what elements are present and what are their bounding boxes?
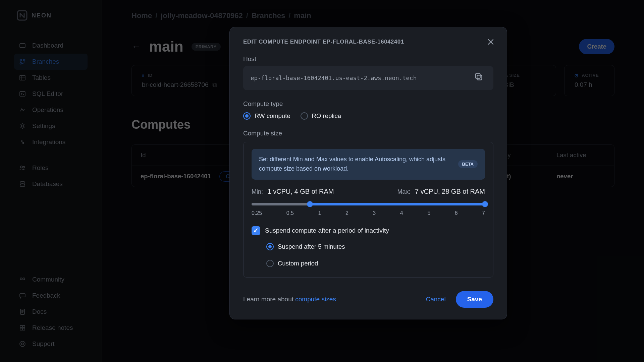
suspend-checkbox-row: ✓ Suspend compute after a period of inac… xyxy=(252,226,485,235)
compute-sizes-link[interactable]: compute sizes xyxy=(295,296,336,303)
radio-dot-icon xyxy=(266,243,274,250)
min-label: Min: xyxy=(252,188,263,195)
suspend-custom-radio[interactable]: Custom period xyxy=(266,260,485,267)
svg-rect-21 xyxy=(476,74,480,78)
suspend-5min-radio[interactable]: Suspend after 5 minutes xyxy=(266,243,485,250)
autoscaling-info: Set different Min and Max values to enab… xyxy=(252,149,485,180)
learn-more: Learn more about compute sizes xyxy=(243,296,336,303)
beta-badge: BETA xyxy=(458,160,478,168)
min-value: 1 vCPU, 4 GB of RAM xyxy=(268,188,334,195)
slider-ticks: 0.25 0.5 1 2 3 4 5 6 7 xyxy=(252,210,485,216)
compute-type-label: Compute type xyxy=(243,100,493,108)
cancel-button[interactable]: Cancel xyxy=(426,296,445,303)
compute-size-panel: Set different Min and Max values to enab… xyxy=(243,142,493,278)
suspend-options: Suspend after 5 minutes Custom period xyxy=(266,243,485,267)
tick: 3 xyxy=(373,210,376,216)
tick: 7 xyxy=(482,210,485,216)
slider-track-range xyxy=(310,203,485,205)
edit-compute-modal: EDIT COMPUTE ENDPOINT EP-FLORAL-BASE-160… xyxy=(229,27,507,319)
save-button[interactable]: Save xyxy=(456,291,493,308)
host-label: Host xyxy=(243,55,493,63)
radio-dot-icon xyxy=(243,112,251,120)
tick: 0.5 xyxy=(286,210,294,216)
tick: 5 xyxy=(427,210,430,216)
svg-rect-22 xyxy=(477,75,482,80)
slider-track-pre xyxy=(252,203,310,205)
tick: 0.25 xyxy=(252,210,262,216)
radio-dot-icon xyxy=(301,112,308,120)
tick: 6 xyxy=(455,210,458,216)
max-label: Max: xyxy=(397,188,410,195)
compute-size-label: Compute size xyxy=(243,130,493,137)
radio-label: RO replica xyxy=(312,112,341,120)
info-text: Set different Min and Max values to enab… xyxy=(259,155,451,174)
tick: 1 xyxy=(318,210,321,216)
host-value: ep-floral-base-16042401.us-east-2.aws.ne… xyxy=(251,75,417,81)
suspend-label: Suspend compute after a period of inacti… xyxy=(265,227,389,234)
modal-footer: Learn more about compute sizes Cancel Sa… xyxy=(243,291,493,308)
tick: 2 xyxy=(345,210,348,216)
copy-icon[interactable] xyxy=(474,72,486,84)
minmax-row: Min: 1 vCPU, 4 GB of RAM Max: 7 vCPU, 28… xyxy=(252,188,485,195)
tick: 4 xyxy=(400,210,403,216)
close-icon[interactable] xyxy=(486,37,495,47)
learn-text: Learn more about xyxy=(243,296,295,303)
compute-size-slider[interactable] xyxy=(252,203,485,205)
radio-label: Custom period xyxy=(278,260,318,267)
suspend-checkbox[interactable]: ✓ xyxy=(252,226,260,235)
rw-compute-radio[interactable]: RW compute xyxy=(243,112,290,120)
host-field: ep-floral-base-16042401.us-east-2.aws.ne… xyxy=(243,66,493,90)
radio-dot-icon xyxy=(266,260,274,267)
radio-label: RW compute xyxy=(255,112,290,120)
slider-max-thumb[interactable] xyxy=(482,201,488,207)
ro-replica-radio[interactable]: RO replica xyxy=(301,112,341,120)
slider-min-thumb[interactable] xyxy=(307,201,313,207)
max-value: 7 vCPU, 28 GB of RAM xyxy=(415,188,485,195)
modal-title: EDIT COMPUTE ENDPOINT EP-FLORAL-BASE-160… xyxy=(243,39,493,45)
radio-label: Suspend after 5 minutes xyxy=(278,243,345,250)
compute-type-radios: RW compute RO replica xyxy=(243,112,493,120)
modal-actions: Cancel Save xyxy=(426,291,493,308)
